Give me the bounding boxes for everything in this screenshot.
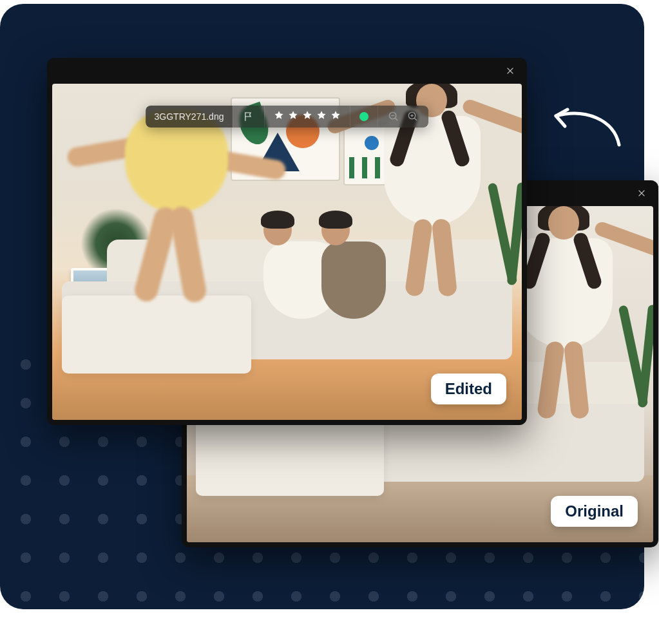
original-label: Original <box>551 496 638 527</box>
star-icon[interactable] <box>302 110 312 123</box>
star-icon[interactable] <box>330 110 341 123</box>
zoom-segment <box>377 106 428 128</box>
color-label-segment <box>350 106 377 128</box>
close-icon[interactable] <box>636 188 647 198</box>
close-icon[interactable] <box>505 66 515 76</box>
zoom-out-icon[interactable] <box>387 110 400 123</box>
photo-edited: 3GGTRY271.dng <box>52 84 522 420</box>
filename-segment: 3GGTRY271.dng <box>146 106 233 128</box>
rating-segment <box>264 106 350 128</box>
star-icon[interactable] <box>274 110 284 123</box>
color-label-dot[interactable] <box>359 112 368 121</box>
zoom-in-icon[interactable] <box>406 110 419 123</box>
image-toolbar: 3GGTRY271.dng <box>146 106 429 128</box>
window-edited: 3GGTRY271.dng <box>47 58 527 425</box>
star-icon[interactable] <box>288 110 298 123</box>
star-icon[interactable] <box>316 110 327 123</box>
edited-label: Edited <box>431 374 506 404</box>
flag-segment <box>233 106 264 128</box>
filename-label: 3GGTRY271.dng <box>155 111 224 122</box>
star-rating[interactable] <box>274 110 341 123</box>
titlebar-edited <box>47 58 527 84</box>
flag-icon[interactable] <box>242 110 255 123</box>
